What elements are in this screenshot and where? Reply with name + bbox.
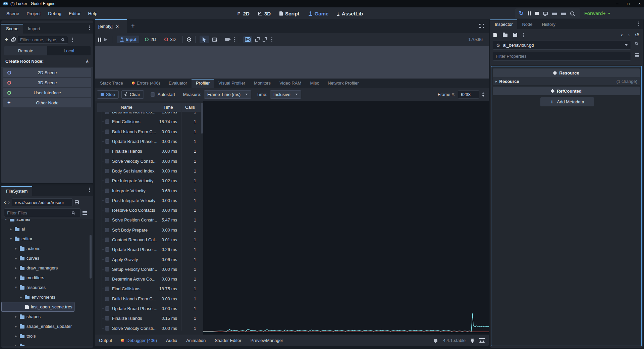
filesystem-menu-icon[interactable] bbox=[89, 189, 90, 190]
create-node-other-node[interactable]: +Other Node bbox=[3, 98, 91, 107]
edited-resource-row[interactable]: ⚙ ai_behaviour.gd bbox=[493, 41, 631, 50]
close-button[interactable]: × bbox=[638, 1, 641, 6]
close-tab-icon[interactable]: × bbox=[116, 24, 119, 29]
profiler-stop-button[interactable]: Stop bbox=[97, 90, 119, 99]
bottom-item-shader-editor[interactable]: Shader Editor bbox=[215, 338, 241, 343]
bottom-item-debugger-406[interactable]: Debugger (406) bbox=[121, 338, 157, 343]
create-node-2d-scene[interactable]: 2D Scene bbox=[3, 68, 91, 77]
tab-filesystem[interactable]: FileSystem bbox=[1, 186, 32, 196]
tree-item-last-open-scene-tres[interactable]: last_open_scene.tres bbox=[1, 302, 74, 312]
row-checkbox[interactable] bbox=[105, 267, 109, 271]
debugger-tab-errors-406[interactable]: Errors (406) bbox=[127, 79, 164, 88]
path-field[interactable] bbox=[12, 198, 73, 206]
tree-expand-icon[interactable]: ▸ bbox=[19, 295, 23, 299]
profiler-row[interactable]: Update Broad Phase ...0.00 ms1 bbox=[97, 137, 201, 146]
add-scene-tab-button[interactable]: + bbox=[131, 22, 135, 30]
row-checkbox[interactable] bbox=[105, 189, 109, 193]
tree-item-shapes[interactable]: ▸shapes bbox=[1, 312, 93, 321]
maximize-button[interactable]: □ bbox=[627, 1, 630, 6]
autostart-checkbox[interactable] bbox=[151, 92, 155, 97]
tab-import[interactable]: Import bbox=[23, 24, 45, 34]
section-refcounted[interactable]: RefCounted bbox=[493, 87, 640, 95]
bottom-item-audio[interactable]: Audio bbox=[166, 338, 177, 343]
debugger-tab-profiler[interactable]: Profiler bbox=[192, 79, 214, 88]
tab-scene-empty[interactable]: [empty] × bbox=[95, 19, 127, 33]
row-checkbox[interactable] bbox=[105, 306, 109, 311]
profiler-row[interactable]: Soft Body Prepare0.00 ms1 bbox=[97, 225, 201, 235]
scene-dock-menu-icon[interactable] bbox=[89, 27, 90, 28]
profiler-row[interactable]: Contact Removed Cal...0.01 ms1 bbox=[97, 235, 201, 245]
history-back-icon[interactable]: ‹ bbox=[621, 32, 623, 38]
profiler-row[interactable]: Build Islands From C...0.00 ms1 bbox=[97, 127, 201, 137]
tree-expand-icon[interactable]: ▸ bbox=[14, 276, 18, 280]
stop-icon[interactable] bbox=[535, 12, 539, 15]
tree-item-scenes[interactable]: ▾scenes bbox=[1, 219, 93, 224]
spin-down-icon[interactable] bbox=[482, 95, 485, 97]
row-checkbox[interactable] bbox=[105, 130, 109, 134]
history-forward-icon[interactable]: › bbox=[628, 32, 630, 38]
workspace-assetlib[interactable]: ↓AssetLib bbox=[337, 11, 363, 16]
nav-forward-icon[interactable]: › bbox=[8, 200, 10, 205]
tree-expand-icon[interactable]: ▸ bbox=[14, 314, 18, 319]
tab-scene[interactable]: Scene bbox=[1, 24, 23, 34]
property-tools-icon[interactable] bbox=[635, 53, 639, 57]
section-resource[interactable]: Resource bbox=[493, 68, 640, 77]
renderer-select[interactable]: Forward+ bbox=[584, 7, 610, 19]
tree-collapse-icon[interactable]: ▾ bbox=[9, 237, 13, 241]
remote-debug-icon[interactable] bbox=[543, 12, 548, 15]
movie-play-icon[interactable] bbox=[552, 12, 557, 15]
time-select[interactable]: Inclusive bbox=[270, 90, 301, 99]
column-name[interactable]: Name bbox=[97, 105, 156, 110]
add-node-button[interactable]: + bbox=[5, 37, 8, 42]
profiler-row[interactable]: Resolve Ccd Contacts0.00 ms1 bbox=[97, 205, 201, 215]
tab-inspector[interactable]: Inspector bbox=[490, 19, 517, 29]
profiler-row[interactable]: Solve Velocity Constr...0.00 ms1 bbox=[97, 323, 201, 333]
tree-item-actions[interactable]: ▸actions bbox=[1, 244, 93, 253]
profiler-table-scrollbar[interactable] bbox=[201, 103, 203, 134]
row-checkbox[interactable] bbox=[105, 198, 109, 203]
profiler-row[interactable]: Post Integrate Velocity0.00 ms1 bbox=[97, 196, 201, 205]
pause-icon[interactable] bbox=[528, 11, 531, 15]
tree-expand-icon[interactable]: ▸ bbox=[14, 324, 18, 329]
bottom-item-previewmanager[interactable]: PreviewManager bbox=[251, 338, 283, 343]
pause-game-icon[interactable] bbox=[98, 38, 101, 42]
debugger-tab-evaluator[interactable]: Evaluator bbox=[164, 79, 192, 88]
profiler-row[interactable]: Solve Position Constr...5.47 ms1 bbox=[97, 215, 201, 225]
workspace-2d[interactable]: ↱2D bbox=[237, 11, 250, 16]
debugger-tab-monitors[interactable]: Monitors bbox=[250, 79, 275, 88]
minimize-button[interactable]: – bbox=[616, 1, 619, 6]
profiler-row[interactable]: Solve Velocity Constr...0.00 ms1 bbox=[97, 156, 201, 166]
profiler-row[interactable]: Setup Velocity Constr...0.00 ms1 bbox=[97, 264, 201, 274]
local-button[interactable]: Local bbox=[47, 46, 91, 55]
row-checkbox[interactable] bbox=[105, 326, 109, 331]
profiler-row[interactable]: Integrate Velocity0.68 ms1 bbox=[97, 186, 201, 195]
camera-preview-icon[interactable] bbox=[225, 38, 229, 41]
workspace-game[interactable]: Game bbox=[308, 11, 329, 16]
menu-debug[interactable]: Debug bbox=[44, 10, 65, 17]
remote-button[interactable]: Remote bbox=[4, 46, 47, 55]
profiler-row[interactable]: Apply Gravity0.06 ms1 bbox=[97, 254, 201, 264]
expand-game-view-icon[interactable] bbox=[479, 24, 484, 28]
row-checkbox[interactable] bbox=[105, 139, 109, 144]
tree-item[interactable]: ▸ bbox=[1, 341, 93, 346]
row-checkbox[interactable] bbox=[105, 287, 109, 291]
bottom-item-animation[interactable]: Animation bbox=[186, 338, 206, 343]
embed-game-button[interactable] bbox=[243, 36, 252, 43]
game-menu-icon[interactable] bbox=[271, 39, 272, 40]
add-metadata-button[interactable]: + Add Metadata bbox=[540, 97, 594, 106]
debugger-tab-misc[interactable]: Misc bbox=[306, 79, 323, 88]
frame-number-field[interactable]: 6238 bbox=[458, 90, 479, 99]
edit-history-icon[interactable]: ↺ bbox=[635, 33, 639, 37]
pin-panel-icon[interactable] bbox=[471, 339, 474, 342]
tree-item-shape-entities-updater[interactable]: ▸shape_entities_updater bbox=[1, 321, 93, 331]
row-checkbox[interactable] bbox=[105, 179, 109, 183]
column-time[interactable]: Time bbox=[156, 105, 180, 110]
profiler-row[interactable]: Update Broad Phase ...0.00 ms1 bbox=[97, 304, 201, 313]
row-checkbox[interactable] bbox=[105, 238, 109, 242]
tree-item-draw-managers[interactable]: ▸draw_managers bbox=[1, 263, 93, 273]
tree-item-ai[interactable]: ▸ai bbox=[1, 224, 93, 234]
tree-expand-icon[interactable]: ▸ bbox=[9, 227, 13, 231]
tree-expand-icon[interactable]: ▸ bbox=[14, 266, 18, 270]
row-checkbox[interactable] bbox=[105, 247, 109, 252]
profiler-row[interactable]: Find Collisions18.75 ms1 bbox=[97, 284, 201, 294]
